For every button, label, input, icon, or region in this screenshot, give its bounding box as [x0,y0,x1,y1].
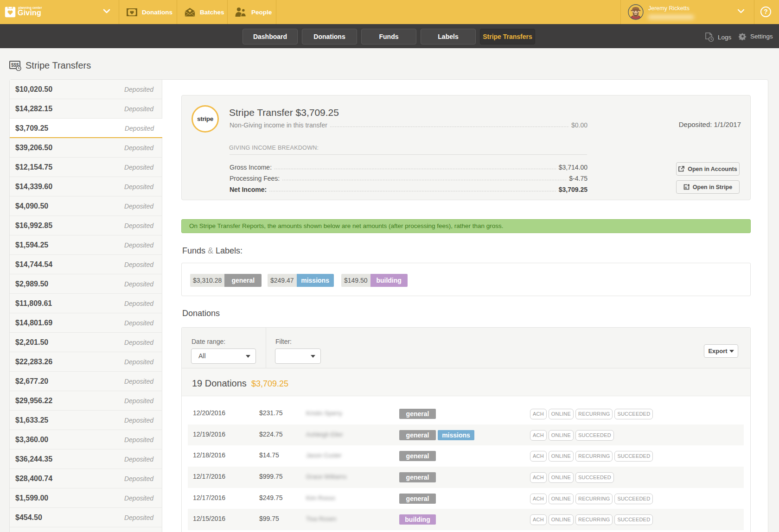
svg-text:s: s [685,185,687,190]
